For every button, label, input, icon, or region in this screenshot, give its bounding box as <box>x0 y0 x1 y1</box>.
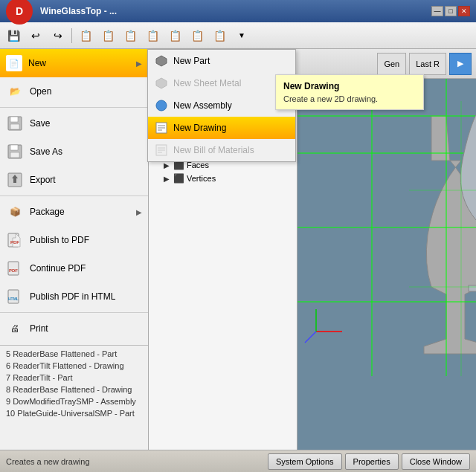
toolbar-btn7[interactable]: 📋 <box>209 25 230 46</box>
tree-label-vertices: Vertices <box>187 174 216 183</box>
package-icon: 📦 <box>6 203 24 221</box>
toolbar-btn2[interactable]: 📋 <box>97 25 118 46</box>
toolbar-btn1[interactable]: 📋 <box>75 25 96 46</box>
submenu-label-new-drawing: New Drawing <box>173 123 226 133</box>
recent-file-5[interactable]: 5 ReaderBase Flattened - Part <box>0 348 148 360</box>
menu-item-package[interactable]: 📦 Package ▶ <box>0 198 148 226</box>
panel-last-btn[interactable]: Last R <box>409 53 446 75</box>
toolbar-save[interactable]: 💾 <box>3 25 24 46</box>
panel-gen-btn[interactable]: Gen <box>377 53 406 75</box>
print-icon: 🖨 <box>6 320 24 337</box>
menu-item-save-as[interactable]: Save As <box>0 138 148 166</box>
menu-item-publish-html[interactable]: HTML Publish PDF in HTML <box>0 282 148 311</box>
menu-divider-3 <box>0 312 148 313</box>
close-button[interactable]: ✕ <box>458 6 470 16</box>
toolbar-divider <box>71 28 72 43</box>
menu-item-save[interactable]: Save <box>0 109 148 138</box>
publish-pdf-icon: PDF <box>6 231 24 249</box>
svg-text:HTML: HTML <box>8 297 19 301</box>
toolbar-dropdown[interactable]: ▼ <box>231 25 252 46</box>
close-window-button[interactable]: Close Window <box>402 453 470 470</box>
menu-divider-1 <box>0 107 148 108</box>
cad-svg <box>298 79 476 450</box>
recent-file-8[interactable]: 8 ReaderBase Flattened - Drawing <box>0 384 148 395</box>
open-icon: 📂 <box>6 83 24 100</box>
menu-item-open[interactable]: 📂 Open <box>0 77 148 106</box>
app-logo: D <box>6 0 33 25</box>
menu-section-divider <box>0 345 148 346</box>
svg-line-39 <box>305 332 316 343</box>
title-controls: — □ ✕ <box>431 6 470 16</box>
menu-arrow-new: ▶ <box>136 59 142 68</box>
menu-label-save-as: Save As <box>30 146 142 157</box>
tree-item-vertices[interactable]: ▶ ⬛ Vertices <box>149 172 297 185</box>
continue-pdf-icon: PDF <box>6 259 24 277</box>
submenu-item-new-part[interactable]: New Part <box>148 50 295 72</box>
main-toolbar: 💾 ↩ ↪ 📋 📋 📋 📋 📋 📋 📋 ▼ <box>0 22 476 49</box>
tooltip-new-drawing: New Drawing Create a new 2D drawing. <box>275 74 424 110</box>
menu-item-print[interactable]: 🖨 Print <box>0 314 148 343</box>
system-options-button[interactable]: System Options <box>268 453 342 470</box>
cad-drawing-area <box>298 79 476 450</box>
menu-divider-2 <box>0 195 148 196</box>
menu-item-publish-pdf[interactable]: PDF Publish to PDF <box>0 226 148 254</box>
submenu-item-new-assembly[interactable]: New Assembly <box>148 94 295 117</box>
svg-rect-12 <box>10 117 18 122</box>
status-buttons: System Options Properties Close Window <box>268 453 470 470</box>
save-as-icon <box>6 143 24 161</box>
status-bar: Creates a new drawing System Options Pro… <box>0 450 476 472</box>
svg-rect-16 <box>10 152 19 158</box>
panel-icon-btn[interactable]: ▶ <box>449 53 472 75</box>
new-icon: 📄 <box>6 55 22 71</box>
status-text: Creates a new drawing <box>6 457 90 466</box>
part-icon <box>154 54 169 68</box>
svg-rect-15 <box>10 145 18 150</box>
menu-label-print: Print <box>30 323 142 334</box>
submenu-item-new-sheet-metal: New Sheet Metal <box>148 72 295 94</box>
menu-item-export[interactable]: Export <box>0 166 148 194</box>
submenu-label-new-part: New Part <box>173 56 210 66</box>
svg-text:PDF: PDF <box>10 240 19 245</box>
menu-arrow-package: ▶ <box>136 208 142 216</box>
maximize-button[interactable]: □ <box>445 6 457 16</box>
submenu-item-new-bom: New Bill of Materials <box>148 139 295 161</box>
sheet-metal-icon <box>154 76 169 91</box>
menu-label-continue-pdf: Continue PDF <box>30 263 142 274</box>
bom-icon <box>154 143 169 158</box>
title-bar: D WineGlassTop - ... — □ ✕ <box>0 0 476 22</box>
menu-label-open: Open <box>30 86 142 97</box>
svg-text:PDF: PDF <box>9 268 18 273</box>
menu-label-publish-pdf: Publish to PDF <box>30 235 142 245</box>
tooltip-description: Create a new 2D drawing. <box>283 94 416 103</box>
menu-label-save: Save <box>30 118 142 129</box>
drawing-icon <box>154 120 169 135</box>
submenu-new: New Part New Sheet Metal New Assembly <box>147 49 296 162</box>
toolbar-btn3[interactable]: 📋 <box>120 25 141 46</box>
vertices-icon: ⬛ <box>173 173 184 184</box>
tree-expand-faces: ▶ <box>164 161 171 169</box>
submenu-label-new-bom: New Bill of Materials <box>173 145 254 155</box>
svg-rect-32 <box>469 285 476 291</box>
menu-item-new[interactable]: 📄 New ▶ New Part New Sheet Metal <box>0 49 148 77</box>
toolbar-redo[interactable]: ↪ <box>48 25 68 46</box>
recent-file-6[interactable]: 6 ReaderTilt Flattened - Drawing <box>0 360 148 372</box>
svg-marker-1 <box>156 78 167 88</box>
minimize-button[interactable]: — <box>431 6 443 16</box>
toolbar-btn6[interactable]: 📋 <box>187 25 208 46</box>
recent-file-7[interactable]: 7 ReaderTilt - Part <box>0 372 148 384</box>
recent-file-9[interactable]: 9 DowModifiedTraySMP - Assembly <box>0 395 148 407</box>
window-title: WineGlassTop - ... <box>40 6 117 16</box>
save-icon <box>6 114 24 132</box>
svg-rect-13 <box>10 124 19 129</box>
submenu-item-new-drawing[interactable]: New Drawing <box>148 117 295 139</box>
menu-item-continue-pdf[interactable]: PDF Continue PDF <box>0 254 148 282</box>
recent-file-10[interactable]: 10 PlateGuide-UniversalSMP - Part <box>0 407 148 419</box>
menu-label-package: Package <box>30 207 130 217</box>
svg-marker-0 <box>156 56 167 66</box>
properties-button[interactable]: Properties <box>345 453 399 470</box>
toolbar-undo[interactable]: ↩ <box>25 25 46 46</box>
assembly-icon <box>154 98 169 113</box>
toolbar-btn5[interactable]: 📋 <box>164 25 185 46</box>
title-bar-left: D WineGlassTop - ... <box>6 0 117 25</box>
toolbar-btn4[interactable]: 📋 <box>142 25 163 46</box>
